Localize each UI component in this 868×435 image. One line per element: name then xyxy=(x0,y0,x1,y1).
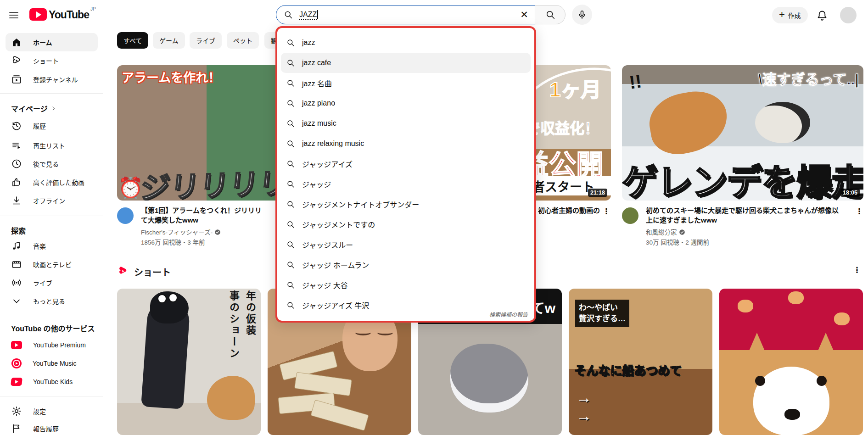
search-suggestion[interactable]: jazz 名曲 xyxy=(281,73,531,93)
video-thumbnail[interactable]: !! \速すぎるって..| ゲレンデを爆走!! 18:05 xyxy=(622,65,863,201)
create-button[interactable]: + 作成 xyxy=(772,7,808,23)
search-suggestion[interactable]: jazz piano xyxy=(281,93,531,113)
sidebar-item-settings[interactable]: 設定 xyxy=(6,402,98,420)
short-thumbnail[interactable]: 事のショーン 年の仮装 xyxy=(117,289,261,435)
account-avatar[interactable] xyxy=(840,7,857,23)
sidebar-item-label: 設定 xyxy=(33,407,46,416)
video-menu-button[interactable]: ⋮ xyxy=(855,206,863,218)
sidebar-item-shorts[interactable]: ショート xyxy=(6,51,98,70)
search-suggestion[interactable]: ジャッジメントナイトオブサンダー xyxy=(281,194,531,214)
verified-badge-icon xyxy=(679,229,685,235)
shorts-section-title: ショート xyxy=(134,265,171,279)
channel-name-text: 和風総分家 xyxy=(646,229,677,236)
microphone-icon xyxy=(577,10,587,20)
notifications-button[interactable] xyxy=(816,10,828,22)
download-icon xyxy=(11,195,22,206)
sidebar-item-offline[interactable]: オフライン xyxy=(6,191,98,210)
logo-country-code: JP xyxy=(90,6,96,11)
video-title[interactable]: 初心者主婦の動画の xyxy=(538,206,605,215)
thumbnail-decoration xyxy=(817,376,827,386)
sidebar-section-mypage[interactable]: マイページ xyxy=(11,103,57,114)
shorts-section-menu-button[interactable]: ⋮ xyxy=(853,265,861,276)
video-menu-button[interactable]: ⋮ xyxy=(602,206,610,218)
report-suggestions-link[interactable]: 検索候補の報告 xyxy=(489,310,528,318)
search-icon xyxy=(286,139,295,148)
sidebar-item-label: オフライン xyxy=(33,196,65,205)
clear-search-button[interactable]: ✕ xyxy=(517,7,532,22)
sidebar-item-subscriptions[interactable]: 登録チャンネル xyxy=(6,70,98,89)
search-icon xyxy=(286,281,295,289)
music-note-icon xyxy=(11,240,22,251)
sidebar-item-label: YouTube Music xyxy=(33,360,76,367)
search-suggestion[interactable]: ジャッジアイズ xyxy=(281,154,531,174)
channel-name-text: Fischer's-フィッシャーズ- xyxy=(141,229,213,236)
search-suggestion[interactable]: ジャッジ ホームラン xyxy=(281,255,531,275)
suggestion-text: ジャッジ 大谷 xyxy=(302,279,348,290)
search-suggestion[interactable]: jazz music xyxy=(281,113,531,134)
youtube-kids-icon xyxy=(11,378,22,386)
sidebar-item-live[interactable]: ライブ xyxy=(6,273,98,292)
section-title: 探索 xyxy=(11,225,26,236)
sidebar-item-home[interactable]: ホーム xyxy=(6,33,98,51)
search-suggestion[interactable]: ジャッジスルー xyxy=(281,234,531,255)
thumbnail-decoration xyxy=(738,300,753,312)
sidebar-item-report-history[interactable]: 報告履歴 xyxy=(6,419,98,435)
short-thumbnail[interactable] xyxy=(719,289,863,435)
search-icon xyxy=(286,220,295,229)
hamburger-menu-button[interactable] xyxy=(8,10,19,21)
chip-label: ゲーム xyxy=(159,36,179,45)
logo-text: YouTube xyxy=(49,9,89,21)
filter-chip-all[interactable]: すべて xyxy=(117,32,148,49)
search-suggestion[interactable]: ジャッジ xyxy=(281,174,531,194)
sidebar-item-show-more[interactable]: もっと見る xyxy=(6,292,98,310)
filter-chip-gaming[interactable]: ゲーム xyxy=(153,32,185,49)
suggestion-text: jazz relaxing music xyxy=(302,139,364,148)
search-suggestion[interactable]: ジャッジメントですの xyxy=(281,214,531,234)
sidebar-item-music[interactable]: 音楽 xyxy=(6,237,98,255)
short-thumbnail[interactable]: わ〜やばい 贅沢すぎる… そんなに船あつめて → → → xyxy=(569,289,712,435)
suggestion-text: jazz xyxy=(302,39,315,47)
sidebar-item-label: ホーム xyxy=(33,38,52,47)
video-title[interactable]: 初めてのスキー場に大暴走で駆け回る柴犬こまちゃんが想像以 上に速すぎましたwww xyxy=(646,206,852,225)
channel-avatar[interactable] xyxy=(117,207,134,224)
sidebar-item-liked-videos[interactable]: 高く評価した動画 xyxy=(6,173,98,191)
thumbnail-decoration xyxy=(788,291,804,304)
search-input[interactable]: JAZZ ✕ xyxy=(276,5,536,24)
sidebar-item-playlists[interactable]: 再生リスト xyxy=(6,136,98,155)
sidebar-item-watch-later[interactable]: 後で見る xyxy=(6,155,98,173)
search-suggestion[interactable]: jazz relaxing music xyxy=(281,134,531,154)
sidebar-item-youtube-music[interactable]: YouTube Music xyxy=(6,354,98,373)
live-icon xyxy=(11,277,22,288)
sidebar-item-youtube-kids[interactable]: YouTube Kids xyxy=(6,373,98,391)
channel-avatar[interactable] xyxy=(622,207,638,224)
thumbnail-decoration xyxy=(784,409,800,420)
youtube-logo[interactable]: YouTube JP xyxy=(29,8,96,21)
sidebar-item-movies-tv[interactable]: 映画とテレビ xyxy=(6,255,98,273)
search-icon xyxy=(286,200,295,208)
divider xyxy=(0,93,103,94)
section-title: YouTube の他のサービス xyxy=(11,323,95,334)
suggestion-text: jazz piano xyxy=(302,99,335,107)
video-title-fragment: 初心者主婦の動画の xyxy=(538,206,600,214)
arrow-icon: → xyxy=(576,407,592,425)
voice-search-button[interactable] xyxy=(572,5,592,25)
channel-name[interactable]: 和風総分家 xyxy=(646,228,685,237)
filter-chip-live[interactable]: ライブ xyxy=(190,32,222,49)
search-button[interactable] xyxy=(535,5,566,24)
sidebar-item-youtube-premium[interactable]: YouTube Premium xyxy=(6,336,98,354)
filter-chip-pets[interactable]: ペット xyxy=(227,32,259,49)
search-suggestion[interactable]: jazz xyxy=(281,33,531,53)
thumbnail-decoration xyxy=(814,333,838,360)
search-suggestion[interactable]: ジャッジ 大谷 xyxy=(281,275,531,295)
divider xyxy=(0,216,103,216)
thumbnail-decoration xyxy=(834,312,850,325)
sidebar-item-label: ショート xyxy=(33,56,59,65)
suggestion-text: ジャッジメントナイトオブサンダー xyxy=(302,199,419,210)
text-caret xyxy=(317,10,318,19)
suggestion-text: ジャッジスルー xyxy=(302,239,353,250)
sidebar-item-history[interactable]: 履歴 xyxy=(6,117,98,135)
sidebar-item-label: 履歴 xyxy=(33,121,46,130)
channel-name[interactable]: Fischer's-フィッシャーズ- xyxy=(141,228,221,237)
divider xyxy=(0,315,103,315)
search-suggestion[interactable]: jazz cafe xyxy=(281,53,531,73)
